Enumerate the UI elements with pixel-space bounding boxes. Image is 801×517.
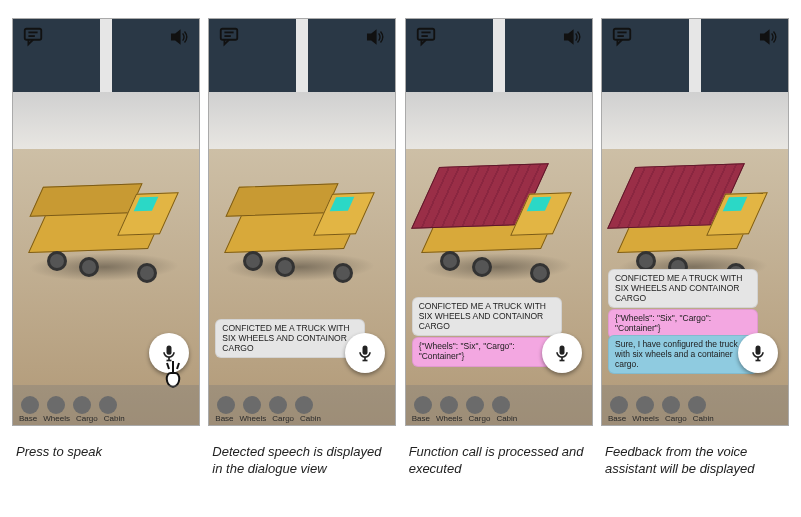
config-slot-label: Cabin (104, 414, 125, 423)
config-slot-label: Wheels (240, 414, 267, 423)
config-slot-dot[interactable] (466, 396, 484, 414)
config-slot-dot[interactable] (21, 396, 39, 414)
config-slot-label: Base (412, 414, 430, 423)
svg-rect-3 (167, 346, 172, 355)
config-slot-bar: BaseWheelsCargoCabin (406, 385, 592, 425)
config-slot-label: Cabin (300, 414, 321, 423)
microphone-button[interactable] (542, 333, 582, 373)
phone-screen: CONFICTED ME A TRUCK WITH SIX WHEELS AND… (208, 18, 396, 426)
config-slot-dot[interactable] (440, 396, 458, 414)
phone-screen: CONFICTED ME A TRUCK WITH SIX WHEELS AND… (601, 18, 789, 426)
config-slot-label: Base (19, 414, 37, 423)
figure-panel: BaseWheelsCargoCabinPress to speak (12, 18, 200, 478)
svg-rect-6 (221, 29, 238, 40)
config-slot-label: Cargo (76, 414, 98, 423)
ar-truck-model (215, 159, 391, 289)
svg-rect-15 (559, 346, 564, 355)
config-slot-labels: BaseWheelsCargoCabin (412, 414, 518, 423)
config-slot-dot[interactable] (492, 396, 510, 414)
config-slot-dot[interactable] (47, 396, 65, 414)
config-slot-dot[interactable] (636, 396, 654, 414)
config-slot-bar: BaseWheelsCargoCabin (13, 385, 199, 425)
svg-rect-18 (614, 29, 631, 40)
config-slot-label: Base (215, 414, 233, 423)
ar-truck-model (412, 159, 588, 289)
config-slot-label: Cabin (693, 414, 714, 423)
config-slot-labels: BaseWheelsCargoCabin (19, 414, 125, 423)
config-slot-bar: BaseWheelsCargoCabin (602, 385, 788, 425)
config-slot-dot[interactable] (269, 396, 287, 414)
config-slot-label: Cargo (665, 414, 687, 423)
function-call-bubble: {"Wheels": "Six", "Cargo": "Container"} (412, 337, 562, 367)
config-slot-label: Cabin (496, 414, 517, 423)
config-slot-label: Cargo (272, 414, 294, 423)
svg-rect-9 (363, 346, 368, 355)
speaker-icon[interactable] (165, 25, 193, 49)
config-slot-dot[interactable] (243, 396, 261, 414)
config-slot-dot[interactable] (73, 396, 91, 414)
figure-panel: CONFICTED ME A TRUCK WITH SIX WHEELS AND… (601, 18, 789, 478)
figure-panel: CONFICTED ME A TRUCK WITH SIX WHEELS AND… (208, 18, 396, 478)
chat-icon[interactable] (215, 25, 243, 49)
svg-rect-12 (417, 29, 434, 40)
svg-rect-0 (25, 29, 42, 40)
config-slot-dot[interactable] (295, 396, 313, 414)
config-slot-dot[interactable] (610, 396, 628, 414)
config-slot-dot[interactable] (662, 396, 680, 414)
speaker-icon[interactable] (754, 25, 782, 49)
config-slot-labels: BaseWheelsCargoCabin (608, 414, 714, 423)
config-slot-label: Wheels (436, 414, 463, 423)
phone-screen: CONFICTED ME A TRUCK WITH SIX WHEELS AND… (405, 18, 593, 426)
panel-caption: Function call is processed and executed (405, 444, 593, 478)
chat-icon[interactable] (412, 25, 440, 49)
speaker-icon[interactable] (558, 25, 586, 49)
speech-transcript-bubble: CONFICTED ME A TRUCK WITH SIX WHEELS AND… (412, 297, 562, 336)
speech-transcript-bubble: CONFICTED ME A TRUCK WITH SIX WHEELS AND… (608, 269, 758, 308)
chat-icon[interactable] (608, 25, 636, 49)
panel-caption: Detected speech is displayed in the dial… (208, 444, 396, 478)
config-slot-label: Cargo (469, 414, 491, 423)
config-slot-labels: BaseWheelsCargoCabin (215, 414, 321, 423)
panel-caption: Feedback from the voice assistant will b… (601, 444, 789, 478)
chat-icon[interactable] (19, 25, 47, 49)
microphone-button[interactable] (738, 333, 778, 373)
speech-transcript-bubble: CONFICTED ME A TRUCK WITH SIX WHEELS AND… (215, 319, 365, 358)
config-slot-dot[interactable] (217, 396, 235, 414)
config-slot-label: Wheels (43, 414, 70, 423)
panel-caption: Press to speak (12, 444, 200, 461)
ar-truck-model (19, 159, 195, 289)
figure-panel: CONFICTED ME A TRUCK WITH SIX WHEELS AND… (405, 18, 593, 478)
assistant-reply-bubble: Sure, I have configured the truck with s… (608, 335, 758, 374)
config-slot-dot[interactable] (414, 396, 432, 414)
config-slot-dot[interactable] (688, 396, 706, 414)
config-slot-label: Base (608, 414, 626, 423)
microphone-button[interactable] (345, 333, 385, 373)
config-slot-dot[interactable] (99, 396, 117, 414)
phone-screen: BaseWheelsCargoCabin (12, 18, 200, 426)
config-slot-bar: BaseWheelsCargoCabin (209, 385, 395, 425)
svg-rect-21 (755, 346, 760, 355)
config-slot-label: Wheels (632, 414, 659, 423)
speaker-icon[interactable] (361, 25, 389, 49)
